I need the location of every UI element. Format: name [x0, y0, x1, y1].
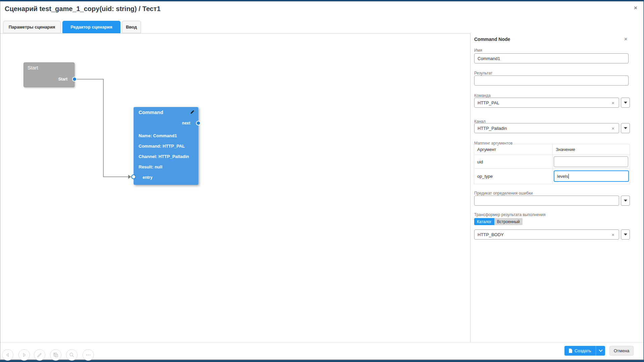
name-input[interactable] — [474, 53, 629, 63]
command-select: × — [474, 98, 630, 108]
table-row: op_type levels — [474, 169, 630, 184]
toggle-option-builtin[interactable]: Встроенный — [494, 218, 523, 225]
predicate-label: Предикат определения ошибки — [474, 191, 533, 196]
chevron-down-icon — [599, 348, 602, 352]
node-start[interactable]: Start Start — [23, 62, 75, 87]
close-icon[interactable]: × — [634, 5, 637, 11]
node-line: Channel: HTTP_Palladin — [139, 154, 189, 159]
op-type-value-text: levels — [557, 174, 568, 179]
more-icon — [85, 352, 91, 358]
toggle-option-catalog[interactable]: Каталог — [474, 218, 494, 225]
result-input[interactable] — [474, 75, 629, 86]
scenario-dialog: Сценарий test_game_1_copy(uid: string) /… — [0, 1, 644, 360]
op-type-value-input[interactable]: levels — [554, 170, 629, 182]
more-button[interactable] — [83, 349, 94, 361]
node-line: Command: HTTP_PAL — [139, 144, 185, 149]
channel-select-input[interactable] — [478, 126, 610, 131]
argument-name: uid — [474, 155, 552, 168]
panel-close-icon[interactable]: × — [624, 36, 627, 42]
command-dropdown-button[interactable] — [621, 98, 630, 108]
node-command[interactable]: Command next Name: Command1 Command: HTT… — [134, 107, 198, 185]
edit-button[interactable] — [34, 349, 45, 361]
back-button[interactable] — [2, 349, 13, 361]
table-row: uid — [474, 155, 630, 169]
argument-mapping-table: Аргумент Значение uid op_type levels — [474, 144, 630, 184]
argument-name: op_type — [474, 169, 552, 184]
clear-icon[interactable]: × — [610, 100, 616, 105]
diagram-canvas[interactable]: Start Start Command next Name: Command1 … — [0, 34, 470, 342]
port-entry-dot[interactable] — [131, 174, 136, 179]
predicate-select — [474, 196, 630, 206]
port-next-dot[interactable] — [196, 121, 201, 125]
copy-icon — [53, 352, 59, 358]
create-button[interactable]: Создать — [564, 346, 596, 356]
chevron-down-icon — [624, 102, 627, 104]
document-icon — [569, 349, 572, 353]
clear-icon[interactable]: × — [610, 232, 616, 237]
chevron-down-icon — [624, 127, 627, 129]
port-start-label: Start — [58, 77, 67, 82]
create-button-label: Создать — [575, 348, 591, 353]
back-icon — [5, 352, 10, 358]
edit-node-icon[interactable] — [190, 110, 195, 114]
column-header-argument: Аргумент — [474, 144, 552, 155]
name-label: Имя — [474, 48, 482, 53]
channel-dropdown-button[interactable] — [621, 123, 630, 133]
command-select-box[interactable]: × — [474, 98, 619, 108]
search-icon — [69, 352, 75, 358]
port-next-label: next — [182, 121, 190, 125]
predicate-select-input[interactable] — [478, 198, 616, 203]
node-line: Result: null — [139, 164, 162, 169]
column-header-value: Значение — [552, 144, 630, 155]
transformer-toggle: Каталог Встроенный — [474, 218, 523, 225]
transformer-label: Трансформер результата выполнения — [474, 212, 545, 217]
uid-value-input[interactable] — [554, 156, 628, 167]
copy-button[interactable] — [50, 349, 61, 361]
tab-scenario-editor[interactable]: Редактор сценария — [62, 21, 120, 33]
port-entry-label: entry — [143, 175, 152, 180]
transformer-select-input[interactable] — [478, 232, 610, 237]
tab-input[interactable]: Ввод — [122, 21, 141, 33]
zoom-button[interactable] — [66, 349, 78, 361]
tab-strip: Параметры сценария Редактор сценария Вво… — [0, 21, 470, 34]
forward-button[interactable] — [18, 349, 30, 361]
predicate-select-box[interactable] — [474, 196, 619, 206]
port-start-dot[interactable] — [72, 77, 77, 82]
edit-icon — [37, 352, 43, 358]
predicate-dropdown-button[interactable] — [621, 196, 630, 206]
cancel-button[interactable]: Отмена — [609, 346, 634, 356]
dialog-title: Сценарий test_game_1_copy(uid: string) /… — [5, 5, 160, 13]
transformer-select-box[interactable]: × — [474, 229, 619, 240]
create-dropdown-button[interactable] — [596, 346, 605, 356]
chevron-down-icon — [624, 200, 627, 202]
command-select-input[interactable] — [478, 100, 610, 105]
text-caret — [568, 174, 569, 179]
argument-value-cell: levels — [552, 169, 630, 184]
chevron-down-icon — [624, 234, 627, 236]
channel-select: × — [474, 123, 630, 133]
table-header-row: Аргумент Значение — [474, 144, 630, 155]
create-split-button: Создать — [564, 346, 605, 356]
result-label: Результат — [474, 71, 493, 75]
transformer-dropdown-button[interactable] — [621, 229, 630, 240]
argument-value-cell — [552, 155, 630, 168]
dialog-footer: Создать Отмена — [0, 342, 643, 359]
command-label: Команда — [474, 93, 491, 98]
node-start-title: Start — [28, 65, 38, 70]
node-command-title: Command — [139, 109, 163, 115]
transformer-select: × — [474, 229, 630, 240]
channel-select-box[interactable]: × — [474, 123, 619, 133]
panel-title: Command Node — [474, 37, 510, 42]
tab-scenario-params[interactable]: Параметры сценария — [3, 21, 61, 33]
forward-icon — [21, 352, 27, 358]
node-line: Name: Command1 — [139, 133, 177, 138]
clear-icon[interactable]: × — [610, 126, 616, 131]
node-properties-panel: Command Node × Имя Результат Команда × К… — [471, 34, 643, 342]
